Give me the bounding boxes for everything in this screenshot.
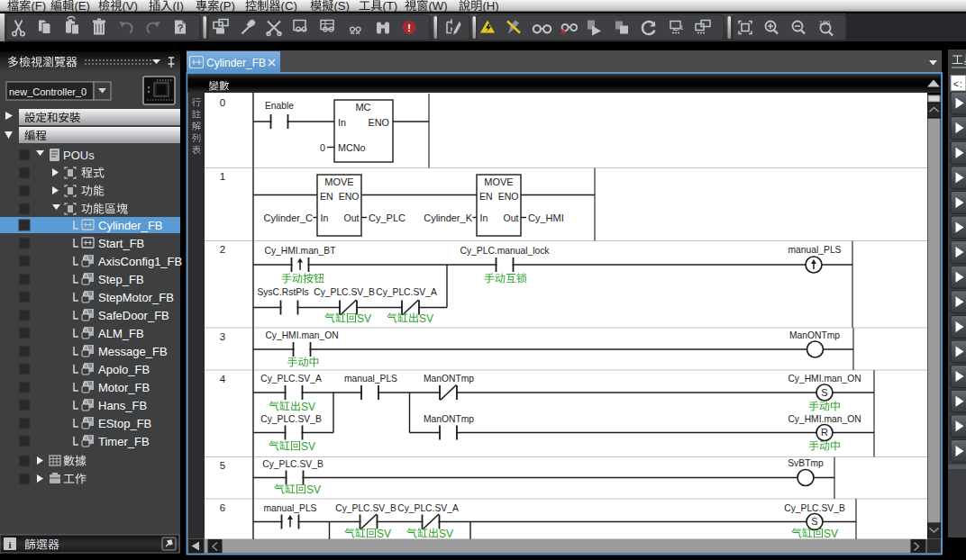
svg-text:5: 5 (220, 460, 225, 471)
svg-text:Cylinder_FB: Cylinder_FB (98, 219, 163, 232)
svg-text:(E): (E) (74, 0, 90, 13)
svg-text:EN: EN (320, 191, 333, 202)
svg-text:Cy_PLC.SV_A: Cy_PLC.SV_A (260, 374, 322, 384)
svg-text:Out: Out (344, 212, 360, 223)
svg-text:3: 3 (220, 331, 225, 342)
svg-text:(P): (P) (219, 0, 235, 13)
svg-text:Cy_HMI.man_ON: Cy_HMI.man_ON (788, 414, 861, 424)
svg-text:(W): (W) (428, 0, 447, 13)
svg-text:manual_PLS: manual_PLS (344, 374, 397, 384)
svg-text:Start_FB: Start_FB (98, 237, 144, 250)
svg-text:Hans_FB: Hans_FB (98, 399, 147, 412)
svg-text:SV: SV (377, 528, 391, 540)
svg-text:StepMotor_FB: StepMotor_FB (98, 291, 174, 304)
svg-text:ENO: ENO (498, 191, 519, 202)
svg-text:Cylinder_C: Cylinder_C (264, 212, 313, 223)
svg-text:Cy_PLC.SV_A: Cy_PLC.SV_A (376, 287, 437, 297)
svg-text:Step_FB: Step_FB (98, 273, 144, 286)
svg-text:In: In (321, 212, 329, 223)
svg-text:SV: SV (439, 528, 453, 540)
svg-text:Cy_PLC.SV_B: Cy_PLC.SV_B (335, 503, 396, 513)
svg-text:MCNo: MCNo (338, 142, 366, 153)
svg-text:ManONTmp: ManONTmp (789, 330, 840, 340)
svg-text:Cy_PLC.manual_lock: Cy_PLC.manual_lock (460, 246, 550, 256)
svg-text:ENO: ENO (339, 191, 360, 202)
svg-text:SysC.RstPls: SysC.RstPls (257, 287, 308, 297)
svg-text:Cy_PLC.SV_B: Cy_PLC.SV_B (262, 459, 324, 469)
svg-text:Cylinder_FB: Cylinder_FB (206, 57, 266, 69)
svg-text:Out: Out (504, 212, 519, 223)
svg-text:SV: SV (824, 528, 838, 540)
svg-text:ManONTmp: ManONTmp (424, 414, 474, 424)
svg-text:Cy_PLC.SV_B: Cy_PLC.SV_B (260, 414, 322, 424)
svg-text:Apolo_FB: Apolo_FB (98, 363, 150, 376)
svg-text:MC: MC (355, 102, 370, 113)
svg-text:MOVE: MOVE (484, 176, 513, 187)
svg-text:0: 0 (220, 97, 225, 108)
svg-text:0: 0 (320, 142, 325, 153)
svg-text:In: In (480, 212, 488, 223)
svg-text:Cy_PLC.SV_A: Cy_PLC.SV_A (397, 503, 459, 513)
svg-text:S: S (821, 387, 827, 398)
svg-text:Cy_PLC.SV_B: Cy_PLC.SV_B (784, 503, 845, 513)
svg-text:Cy_HMI.man_BT: Cy_HMI.man_BT (265, 246, 337, 256)
svg-text:SV: SV (301, 401, 315, 413)
svg-text:1: 1 (679, 23, 683, 32)
svg-text:new_Controller_0: new_Controller_0 (9, 86, 87, 97)
svg-text:EN: EN (479, 191, 493, 202)
svg-text:Cy_HMI.man_ON: Cy_HMI.man_ON (265, 330, 338, 340)
svg-text:(I): (I) (172, 0, 183, 13)
svg-text:R: R (821, 427, 828, 438)
svg-text:<: < (953, 79, 959, 89)
svg-text:AxisConfig1_FB: AxisConfig1_FB (98, 255, 182, 268)
svg-text:Cy_HMI: Cy_HMI (528, 212, 564, 223)
svg-text:(F): (F) (31, 0, 46, 13)
svg-text:Cy_PLC.SV_B: Cy_PLC.SV_B (314, 287, 375, 297)
svg-text:Message_FB: Message_FB (98, 345, 168, 358)
svg-text:i: i (8, 539, 11, 550)
svg-text:1: 1 (220, 171, 225, 182)
svg-text:SafeDoor_FB: SafeDoor_FB (98, 309, 169, 322)
svg-text:SV: SV (301, 440, 315, 453)
svg-text:Enable: Enable (265, 101, 294, 111)
svg-text:(C): (C) (281, 0, 297, 13)
svg-text:SvBTmp: SvBTmp (788, 458, 824, 468)
svg-text:Timer_FB: Timer_FB (98, 435, 150, 448)
svg-text:(H): (H) (482, 0, 498, 13)
svg-text:4: 4 (220, 374, 226, 384)
svg-text:2: 2 (220, 244, 225, 255)
svg-text:SV: SV (357, 312, 371, 325)
svg-text:Motor_FB: Motor_FB (98, 381, 150, 394)
svg-text:MOVE: MOVE (324, 176, 353, 187)
svg-text:ALM_FB: ALM_FB (98, 327, 144, 340)
svg-text:!: ! (407, 23, 411, 33)
svg-text:ENO: ENO (369, 117, 389, 128)
svg-text:(V): (V) (122, 0, 138, 13)
svg-text:S: S (811, 516, 817, 527)
svg-text:Cylinder_K: Cylinder_K (424, 212, 472, 223)
svg-text:?: ? (178, 23, 184, 33)
svg-text:(T): (T) (382, 0, 397, 13)
svg-text:SV: SV (419, 312, 433, 325)
svg-text:SV: SV (306, 483, 321, 496)
svg-text:ManONTmp: ManONTmp (424, 374, 474, 384)
svg-text:In: In (338, 117, 346, 128)
svg-text:100: 100 (819, 19, 831, 27)
svg-text:Cy_HMI.man_ON: Cy_HMI.man_ON (788, 374, 861, 384)
svg-text:POUs: POUs (63, 149, 95, 162)
svg-text:(S): (S) (333, 0, 350, 13)
svg-text:Cy_PLC: Cy_PLC (369, 212, 406, 223)
svg-text:EStop_FB: EStop_FB (98, 417, 151, 430)
svg-text:manual_PLS: manual_PLS (788, 245, 842, 255)
svg-text:6: 6 (220, 502, 225, 513)
svg-text:manual_PLS: manual_PLS (264, 503, 317, 513)
svg-text::: : (960, 79, 962, 89)
